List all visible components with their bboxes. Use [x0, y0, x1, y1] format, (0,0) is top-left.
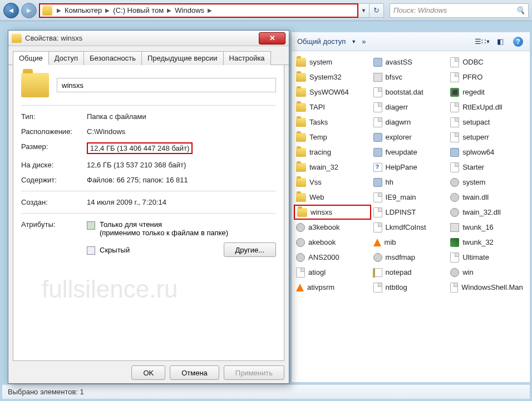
folder-icon — [296, 178, 306, 187]
toolbar-more[interactable]: » — [362, 37, 366, 46]
back-button[interactable]: ◄ — [3, 3, 19, 18]
file-item[interactable]: diagerr — [371, 100, 449, 115]
file-name: twunk_16 — [462, 223, 494, 231]
file-item[interactable]: RtlExUpd.dll — [448, 100, 525, 115]
file-item[interactable]: hh — [371, 175, 449, 190]
file-item[interactable]: Starter — [448, 160, 525, 175]
gear-icon — [373, 253, 382, 262]
file-item[interactable]: TAPI — [294, 100, 371, 115]
tab-general[interactable]: Общие — [13, 51, 49, 65]
folder-icon — [12, 34, 22, 43]
dialog-titlebar[interactable]: Свойства: winsxs ✕ — [8, 31, 289, 46]
preview-pane-button[interactable]: ◧ — [494, 36, 506, 48]
file-item[interactable]: twain_32 — [294, 160, 371, 175]
file-item[interactable]: explorer — [371, 130, 449, 145]
file-item[interactable]: atiogl — [294, 265, 371, 280]
help-button[interactable]: ? — [512, 36, 524, 48]
file-item[interactable]: winsxs — [294, 205, 371, 220]
vlc-icon — [296, 284, 304, 291]
file-item[interactable]: avastSS — [371, 55, 449, 70]
file-item[interactable]: HelpPane — [371, 160, 449, 175]
share-menu[interactable]: Общий доступ — [297, 37, 346, 46]
file-item[interactable]: Ultimate — [448, 250, 525, 265]
view-icon: ☰∷ — [475, 37, 486, 46]
view-options-button[interactable]: ☰∷ ▼ — [476, 36, 489, 48]
ok-button[interactable]: OK — [131, 365, 165, 380]
other-attributes-button[interactable]: Другие... — [224, 242, 276, 257]
file-item[interactable]: Web — [294, 190, 371, 205]
file-icon — [450, 283, 458, 293]
file-item[interactable]: splwow64 — [448, 145, 525, 160]
file-item[interactable]: Vss — [294, 175, 371, 190]
file-item[interactable]: system — [294, 55, 371, 70]
apply-button[interactable]: Применить — [224, 365, 284, 380]
file-item[interactable]: tracing — [294, 145, 371, 160]
file-item[interactable]: LDPINST — [371, 205, 449, 220]
file-item[interactable]: IE9_main — [371, 190, 449, 205]
file-item[interactable]: a3kebook — [294, 220, 371, 235]
file-item[interactable]: twunk_16 — [448, 220, 525, 235]
address-dropdown[interactable]: ▼ — [358, 3, 370, 18]
crumb-drive[interactable]: (C:) Новый том — [112, 6, 165, 14]
tab-previous-versions[interactable]: Предыдущие версии — [141, 51, 224, 65]
file-name: IE9_main — [386, 193, 416, 201]
chm-icon — [373, 163, 382, 172]
type-label: Тип: — [21, 112, 87, 121]
file-name: Starter — [462, 163, 484, 171]
file-item[interactable]: ativpsrm — [294, 280, 371, 295]
file-item[interactable]: diagwrn — [371, 115, 449, 130]
file-icon — [450, 162, 459, 172]
file-name: a3kebook — [308, 223, 339, 231]
file-item[interactable]: SysWOW64 — [294, 85, 371, 100]
ondisk-label: На диске: — [21, 161, 87, 169]
file-item[interactable]: ANS2000 — [294, 250, 371, 265]
file-item[interactable]: fveupdate — [371, 145, 449, 160]
created-value: 14 июля 2009 г., 7:20:14 — [87, 198, 166, 206]
file-item[interactable]: LkmdfCoInst — [371, 220, 449, 235]
file-item[interactable]: setuperr — [448, 130, 525, 145]
dialog-title-text: Свойства: winsxs — [25, 34, 82, 42]
dialog-buttons: OK Отмена Применить — [8, 365, 289, 384]
hidden-checkbox[interactable] — [87, 246, 95, 255]
file-icon — [373, 283, 382, 293]
file-item[interactable]: Temp — [294, 130, 371, 145]
created-label: Создан: — [21, 198, 87, 206]
file-item[interactable]: ntbtlog — [371, 280, 449, 295]
file-item[interactable]: PFRO — [448, 70, 525, 85]
crumb-computer[interactable]: Компьютер — [63, 6, 103, 14]
search-input[interactable]: Поиск: Windows 🔍 — [390, 3, 529, 18]
file-item[interactable]: notepad — [371, 265, 449, 280]
tab-access[interactable]: Доступ — [48, 51, 84, 65]
folder-name-input[interactable] — [57, 78, 276, 92]
close-button[interactable]: ✕ — [259, 32, 285, 44]
file-item[interactable]: WindowsShell.Man — [448, 280, 525, 295]
file-item[interactable]: ODBC — [448, 55, 525, 70]
exe-icon — [373, 148, 382, 157]
file-item[interactable]: twain.dll — [448, 190, 525, 205]
cancel-button[interactable]: Отмена — [170, 365, 219, 380]
readonly-checkbox[interactable] — [87, 221, 95, 230]
img-icon — [450, 238, 459, 247]
crumb-windows[interactable]: Windows — [174, 6, 205, 14]
size-value: 12,4 ГБ (13 406 447 248 байт) — [87, 142, 193, 154]
refresh-button[interactable]: ↻ — [370, 3, 384, 18]
forward-button[interactable]: ► — [21, 3, 37, 18]
file-item[interactable]: bfsvc — [371, 70, 449, 85]
address-bar[interactable]: ▶ Компьютер ▶ (C:) Новый том ▶ Windows ▶ — [39, 3, 358, 18]
file-item[interactable]: system — [448, 175, 525, 190]
file-item[interactable]: twunk_32 — [448, 235, 525, 250]
arrow-left-icon: ◄ — [8, 6, 15, 14]
folder-icon — [296, 73, 306, 82]
file-item[interactable]: mib — [371, 235, 449, 250]
file-item[interactable]: System32 — [294, 70, 371, 85]
file-item[interactable]: Tasks — [294, 115, 371, 130]
file-item[interactable]: ⬛regedit — [448, 85, 525, 100]
file-item[interactable]: win — [448, 265, 525, 280]
file-item[interactable]: bootstat.dat — [371, 85, 449, 100]
file-item[interactable]: msdfmap — [371, 250, 449, 265]
tab-security[interactable]: Безопасность — [83, 51, 142, 65]
file-item[interactable]: akebook — [294, 235, 371, 250]
tab-customize[interactable]: Настройка — [223, 51, 271, 65]
file-item[interactable]: twain_32.dll — [448, 205, 525, 220]
file-item[interactable]: setupact — [448, 115, 525, 130]
